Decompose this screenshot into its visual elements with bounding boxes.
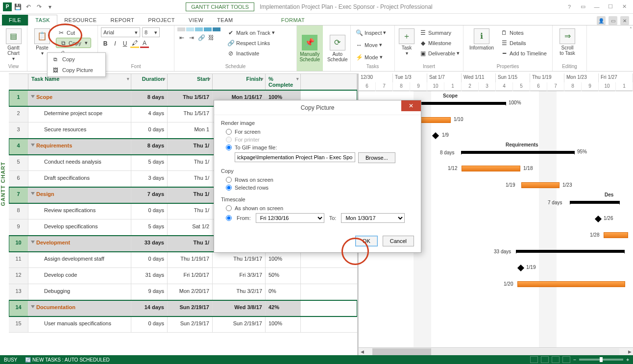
bgcolor-button[interactable]: 🖍 bbox=[130, 39, 139, 48]
pct25-button[interactable] bbox=[186, 27, 194, 31]
zoom-in-icon[interactable]: + bbox=[626, 357, 629, 363]
quick-access-toolbar: P 💾 ↶ ↷ ▾ bbox=[0, 2, 55, 12]
underline-button[interactable]: U bbox=[121, 39, 129, 48]
tab-format[interactable]: FORMAT bbox=[274, 15, 312, 25]
zoom-slider[interactable] bbox=[579, 359, 623, 361]
cancel-button[interactable]: Cancel bbox=[383, 236, 414, 246]
horizontal-scrollbar[interactable]: ◀ ▶ bbox=[359, 347, 633, 355]
as-shown-radio[interactable]: As shown on screen bbox=[221, 204, 414, 212]
for-screen-radio[interactable]: For screen bbox=[221, 128, 414, 136]
tab-file[interactable]: FILE bbox=[2, 15, 28, 25]
pct50-button[interactable] bbox=[195, 27, 203, 31]
view-sheet-icon[interactable] bbox=[562, 356, 570, 363]
save-icon[interactable]: 💾 bbox=[13, 2, 23, 12]
pct75-button[interactable] bbox=[204, 27, 212, 31]
timeline-button[interactable]: ━Add to Timeline bbox=[499, 48, 548, 58]
bold-button[interactable]: B bbox=[101, 39, 110, 48]
scroll-to-task-button[interactable]: ⇒ Scroll to Task bbox=[556, 27, 579, 57]
auto-schedule-button[interactable]: ⟳ Auto Schedule bbox=[325, 25, 351, 71]
collapse-ribbon-icon[interactable]: ˄ bbox=[630, 26, 632, 32]
window-restore-icon[interactable]: ▭ bbox=[609, 16, 617, 25]
col-pct-complete[interactable]: % Complete▾ bbox=[266, 74, 301, 90]
mark-on-track-button[interactable]: ✔Mark on Track ▾ bbox=[225, 27, 276, 38]
notes-button[interactable]: 🗒Notes bbox=[499, 27, 548, 38]
table-row[interactable]: 12Develop code31 daysFri 1/20/17Fri 3/3/… bbox=[9, 268, 357, 284]
scroll-right-icon[interactable]: ▶ bbox=[626, 349, 633, 354]
account-icon[interactable]: 👤 bbox=[597, 16, 606, 25]
manually-schedule-button[interactable]: Manually Schedule bbox=[297, 25, 323, 71]
close-icon[interactable]: ✕ bbox=[618, 2, 630, 12]
col-duration[interactable]: Duration▾ bbox=[131, 74, 168, 90]
gif-path-input[interactable] bbox=[235, 152, 355, 162]
undo-icon[interactable]: ↶ bbox=[24, 2, 33, 12]
summary-button[interactable]: ☰Summary bbox=[417, 27, 461, 38]
indent-button[interactable]: ⇥ bbox=[187, 33, 196, 42]
tab-task[interactable]: TASK bbox=[28, 15, 57, 25]
pct100-button[interactable] bbox=[213, 27, 220, 31]
rows-on-screen-radio[interactable]: Rows on screen bbox=[221, 176, 414, 184]
tab-project[interactable]: PROJECT bbox=[141, 15, 182, 25]
link-button[interactable]: 🔗 bbox=[197, 33, 206, 42]
ribbon-display-icon[interactable]: ▭ bbox=[577, 2, 589, 12]
task-button[interactable]: ＋ Task ▾ bbox=[398, 27, 415, 57]
move-button[interactable]: ↔Move ▾ bbox=[354, 40, 384, 50]
col-add[interactable] bbox=[301, 74, 357, 90]
fontcolor-button[interactable]: A bbox=[140, 39, 149, 48]
dialog-titlebar[interactable]: Copy Picture ✕ bbox=[214, 100, 421, 115]
from-date-combo[interactable]: Fri 12/30/16 bbox=[256, 213, 324, 223]
minimize-icon[interactable]: — bbox=[591, 2, 603, 12]
pct0-button[interactable] bbox=[177, 27, 185, 31]
font-size-combo[interactable]: 8▾ bbox=[142, 27, 160, 37]
col-indicator[interactable] bbox=[9, 74, 28, 90]
scroll-left-icon[interactable]: ◀ bbox=[359, 349, 365, 354]
maximize-icon[interactable]: ☐ bbox=[605, 2, 616, 12]
respect-links-button[interactable]: 🔗Respect Links bbox=[225, 38, 276, 48]
outdent-button[interactable]: ⇤ bbox=[177, 33, 186, 42]
tab-report[interactable]: REPORT bbox=[104, 15, 142, 25]
zoom-out-icon[interactable]: − bbox=[573, 357, 576, 363]
redo-icon[interactable]: ↷ bbox=[34, 2, 44, 12]
selected-rows-radio[interactable]: Selected rows bbox=[221, 184, 414, 192]
milestone-button[interactable]: ◆Milestone bbox=[417, 38, 461, 48]
unlink-button[interactable]: ⛓ bbox=[207, 33, 216, 42]
view-usage-icon[interactable] bbox=[552, 356, 560, 363]
status-newtasks[interactable]: 🔄 NEW TASKS : AUTO SCHEDULED bbox=[25, 357, 110, 363]
to-gif-radio[interactable]: To GIF image file: bbox=[221, 144, 414, 151]
inspect-button[interactable]: 🔍Inspect ▾ bbox=[354, 27, 388, 38]
information-button[interactable]: ℹ Information bbox=[466, 27, 497, 51]
copy-picture-menu-item[interactable]: 🖼Copy Picture bbox=[48, 65, 105, 75]
tab-view[interactable]: VIEW bbox=[182, 15, 210, 25]
qat-dropdown-icon[interactable]: ▾ bbox=[45, 2, 55, 12]
col-finish[interactable]: Finish▾ bbox=[213, 74, 266, 90]
font-name-combo[interactable]: Arial▾ bbox=[101, 27, 140, 37]
for-printer-radio[interactable]: For printer bbox=[221, 136, 414, 144]
table-row[interactable]: 14Documentation14 daysSun 2/19/17Wed 3/8… bbox=[9, 300, 357, 316]
table-row[interactable]: 15User manuals specifications0 daysSun 2… bbox=[9, 316, 357, 333]
copy-split-button[interactable]: ⧉Copy ▾ bbox=[56, 38, 91, 48]
from-to-radio[interactable]: From: Fri 12/30/16 To: Mon 1/30/17 bbox=[221, 212, 414, 224]
tab-resource[interactable]: RESOURCE bbox=[57, 15, 103, 25]
gantt-chart-button[interactable]: ▤ Gantt Chart ▾ bbox=[3, 27, 24, 62]
col-start[interactable]: Start▾ bbox=[168, 74, 213, 90]
dialog-close-button[interactable]: ✕ bbox=[401, 100, 421, 111]
deliverable-button[interactable]: ▣Deliverable ▾ bbox=[417, 48, 461, 58]
browse-button[interactable]: Browse... bbox=[358, 152, 395, 163]
timescale-section-label: Timescale bbox=[221, 196, 414, 202]
close-doc-icon[interactable]: ✕ bbox=[620, 16, 629, 25]
italic-button[interactable]: I bbox=[111, 39, 120, 48]
table-row[interactable]: 13Debugging9 daysMon 2/20/17Thu 3/2/170% bbox=[9, 284, 357, 300]
table-row[interactable]: 11Assign development staff0 daysThu 1/19… bbox=[9, 252, 357, 268]
mode-button[interactable]: ⚡Mode ▾ bbox=[354, 52, 384, 62]
gantt-chart-icon: ▤ bbox=[6, 28, 22, 44]
timescale: 12/30Tue 1/3Sat 1/7Wed 1/11Sun 1/15Thu 1… bbox=[359, 73, 633, 91]
inactivate-button[interactable]: ⊘Inactivate bbox=[225, 48, 276, 58]
copy-menu-item[interactable]: ⧉Copy bbox=[48, 54, 105, 65]
view-normal-icon[interactable] bbox=[530, 356, 538, 363]
tab-team[interactable]: TEAM bbox=[210, 15, 240, 25]
cut-button[interactable]: ✂Cut bbox=[56, 27, 91, 38]
help-icon[interactable]: ? bbox=[563, 2, 575, 12]
details-button[interactable]: ☰Details bbox=[499, 38, 548, 48]
view-gantt-icon[interactable] bbox=[541, 356, 549, 363]
ok-button[interactable]: OK bbox=[355, 236, 378, 246]
to-date-combo[interactable]: Mon 1/30/17 bbox=[341, 213, 405, 223]
